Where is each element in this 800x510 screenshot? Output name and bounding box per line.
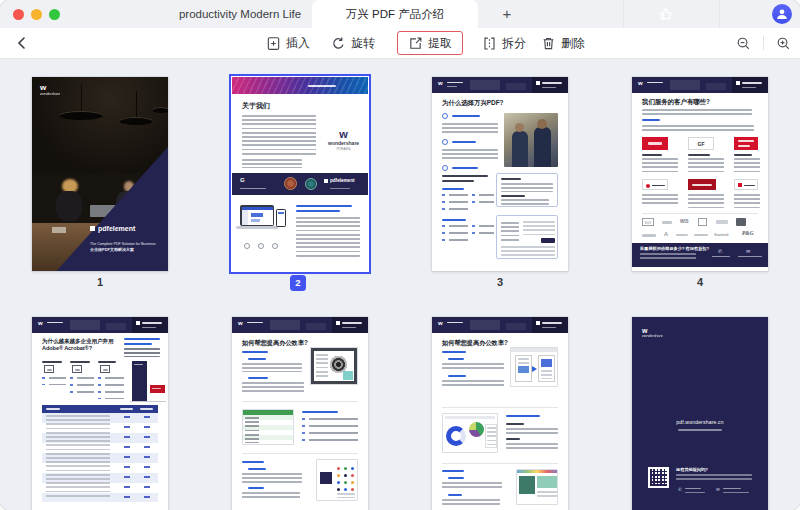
body-text: [242, 115, 316, 155]
pdfelement-logo: pdfelement: [90, 225, 135, 232]
feature-icon: [442, 139, 448, 145]
check-list: [442, 194, 468, 212]
page-header-band: w: [432, 317, 568, 333]
extract-button-highlighted[interactable]: 提取: [397, 31, 463, 55]
titlebar: productivity Modern Life 万兴 PDF 产品介绍 +: [0, 0, 800, 28]
pg-logo: P&G: [742, 230, 754, 236]
feature-icon: [258, 243, 264, 249]
pdfelement-logo: pdfelement: [324, 178, 355, 183]
page-header-band: w: [632, 77, 768, 93]
page-number-label-4: 4: [632, 276, 768, 288]
tab-wanxing-pdf-active[interactable]: 万兴 PDF 产品介绍: [312, 0, 478, 28]
screenshot-green-table: [242, 409, 294, 445]
rotate-icon: [331, 36, 346, 51]
page2-title: 关于我们: [242, 101, 270, 111]
close-window-button[interactable]: [13, 9, 24, 20]
extract-icon: [408, 36, 423, 51]
award-badge: [305, 178, 317, 190]
delete-button[interactable]: 删除: [541, 28, 585, 58]
customer-logo: [734, 179, 758, 190]
page-header-band: w: [232, 317, 368, 333]
page-number-label-3: 3: [432, 276, 568, 288]
page-thumbnail-7[interactable]: w 如何帮您提高办公效率?: [432, 317, 568, 510]
user-avatar[interactable]: [772, 4, 792, 24]
page3-title: 为什么选择万兴PDF?: [442, 99, 503, 108]
minimize-window-button[interactable]: [31, 9, 42, 20]
comparison-table-body: [42, 413, 158, 502]
partner-logo: WIS: [680, 219, 689, 224]
tab-productivity-modern-life[interactable]: productivity Modern Life: [150, 0, 330, 28]
chart-red-bar: [150, 385, 165, 393]
customer-logo: [642, 179, 668, 190]
page-header-band: w: [432, 77, 568, 93]
mail-icon: ✉: [716, 487, 720, 492]
back-button[interactable]: [15, 36, 29, 50]
color-dots: [337, 467, 340, 470]
wondershare-logo: w wondershare: [642, 327, 663, 338]
chart-navy-bar: [132, 361, 147, 401]
contact-question: 还有其他疑问吗?: [676, 467, 708, 472]
zoom-in-button[interactable]: [776, 36, 791, 51]
screenshot-photo-edit: [516, 469, 558, 505]
page-thumbnail-5[interactable]: w 为什么越来越多企业用户弃用 Adobe® Acrobat®?: [32, 317, 168, 510]
screenshot-spiral: [310, 347, 358, 385]
page-thumbnail-3[interactable]: w 为什么选择万兴PDF?: [432, 77, 568, 271]
screenshot-charts: [442, 413, 498, 453]
partner-logo: G: [240, 177, 245, 183]
contact-footer: 批量授权的价格是多少? 有没有折扣? ✆ ✉: [632, 243, 768, 267]
website-url: pdf.wondershare.cn: [632, 419, 768, 425]
new-tab-button[interactable]: +: [495, 0, 519, 28]
comparison-table-header: [42, 405, 158, 413]
feature-icon: [244, 243, 250, 249]
split-button[interactable]: 拆分: [482, 28, 526, 58]
page-thumbnail-2-selected[interactable]: 关于我们 w wondershare 万兴科技 G pdfelement: [232, 77, 368, 271]
thumbs-up-icon[interactable]: [658, 6, 674, 22]
page-thumbnail-8[interactable]: w wondershare pdf.wondershare.cn 还有其他疑问吗…: [632, 317, 768, 510]
zoom-out-button[interactable]: [736, 36, 751, 51]
phone-icon: ✆: [718, 248, 722, 254]
page-thumbnail-4[interactable]: w 我们服务的客户有哪些? GF: [632, 77, 768, 271]
customer-logo-red: [642, 137, 668, 150]
page4-title: 我们服务的客户有哪些?: [642, 98, 710, 107]
insert-page-icon: [266, 36, 281, 51]
pdfelement-logo: [532, 77, 568, 93]
lamp-shape: [119, 117, 153, 125]
page-thumbnail-1[interactable]: w wondershare pdfelement The Complete PD…: [32, 77, 168, 271]
cover-taglines: The Complete PDF Solution for Business 企…: [90, 241, 156, 254]
wondershare-logo: w wondershare: [40, 84, 60, 96]
page-header-band: w: [32, 317, 168, 333]
page-thumbnail-6[interactable]: w 如何帮您提高办公效率?: [232, 317, 368, 510]
check-list: [472, 194, 494, 206]
customer-logo: GF: [688, 137, 714, 150]
customer-logo-red: [688, 179, 716, 190]
toolbar-divider: [763, 36, 764, 50]
pricing-box: [496, 215, 558, 259]
app-icon: [44, 365, 54, 373]
rotate-button[interactable]: 旋转: [331, 28, 375, 58]
toolbar: 插入 旋转 提取 拆分: [0, 28, 800, 59]
mail-icon: ✉: [746, 248, 750, 254]
gradient-banner: [232, 77, 368, 94]
partner-logo: DO: [642, 218, 654, 226]
screenshot-icon-grid: [316, 459, 358, 501]
screenshot-doc-convert: [510, 347, 558, 387]
maximize-window-button[interactable]: [49, 9, 60, 20]
titlebar-divider: [719, 0, 720, 28]
qr-code: [648, 467, 669, 488]
page-number-badge-2-selected: 2: [290, 275, 306, 291]
insert-label: 插入: [286, 35, 310, 52]
feature-icon: [272, 243, 278, 249]
split-label: 拆分: [502, 35, 526, 52]
stanford-logo: Stanford: [714, 232, 728, 237]
arrow-icon: [532, 366, 537, 372]
page5-title: 为什么越来越多企业用户弃用 Adobe® Acrobat®?: [42, 338, 120, 353]
thumbnail-grid: w wondershare pdfelement The Complete PD…: [0, 59, 800, 510]
check-list: [442, 225, 468, 245]
feature-icon: [442, 165, 448, 171]
trash-icon: [541, 36, 556, 51]
page7-title: 如何帮您提高办公效率?: [442, 339, 508, 348]
customer-logo-red: [734, 137, 758, 150]
check-list: [472, 225, 494, 239]
insert-button[interactable]: 插入: [266, 28, 310, 58]
lamp-shape: [59, 111, 103, 120]
